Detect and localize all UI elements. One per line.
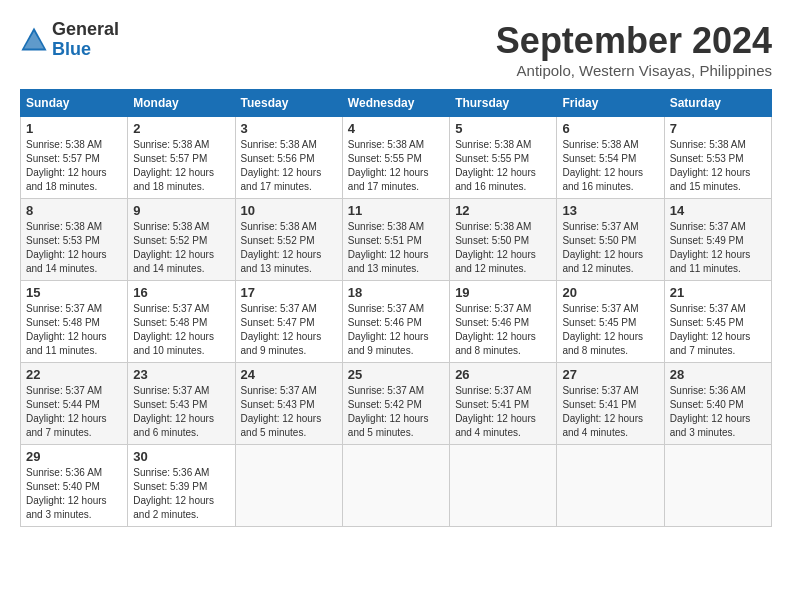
calendar-cell: 28 Sunrise: 5:36 AMSunset: 5:40 PMDaylig… bbox=[664, 363, 771, 445]
day-number: 21 bbox=[670, 285, 766, 300]
day-number: 8 bbox=[26, 203, 122, 218]
calendar-cell: 23 Sunrise: 5:37 AMSunset: 5:43 PMDaylig… bbox=[128, 363, 235, 445]
calendar-cell: 20 Sunrise: 5:37 AMSunset: 5:45 PMDaylig… bbox=[557, 281, 664, 363]
day-number: 29 bbox=[26, 449, 122, 464]
calendar-cell: 16 Sunrise: 5:37 AMSunset: 5:48 PMDaylig… bbox=[128, 281, 235, 363]
col-header-thursday: Thursday bbox=[450, 90, 557, 117]
calendar-week-row: 8 Sunrise: 5:38 AMSunset: 5:53 PMDayligh… bbox=[21, 199, 772, 281]
calendar-cell: 4 Sunrise: 5:38 AMSunset: 5:55 PMDayligh… bbox=[342, 117, 449, 199]
day-number: 6 bbox=[562, 121, 658, 136]
calendar-cell: 12 Sunrise: 5:38 AMSunset: 5:50 PMDaylig… bbox=[450, 199, 557, 281]
logo-blue: Blue bbox=[52, 40, 119, 60]
calendar-cell bbox=[450, 445, 557, 527]
day-info: Sunrise: 5:38 AMSunset: 5:56 PMDaylight:… bbox=[241, 139, 322, 192]
day-number: 12 bbox=[455, 203, 551, 218]
day-info: Sunrise: 5:37 AMSunset: 5:43 PMDaylight:… bbox=[241, 385, 322, 438]
day-number: 3 bbox=[241, 121, 337, 136]
calendar-cell: 26 Sunrise: 5:37 AMSunset: 5:41 PMDaylig… bbox=[450, 363, 557, 445]
day-number: 2 bbox=[133, 121, 229, 136]
day-info: Sunrise: 5:38 AMSunset: 5:52 PMDaylight:… bbox=[241, 221, 322, 274]
calendar-cell bbox=[342, 445, 449, 527]
month-title: September 2024 bbox=[496, 20, 772, 62]
logo-general: General bbox=[52, 20, 119, 40]
calendar-cell: 18 Sunrise: 5:37 AMSunset: 5:46 PMDaylig… bbox=[342, 281, 449, 363]
calendar-cell: 10 Sunrise: 5:38 AMSunset: 5:52 PMDaylig… bbox=[235, 199, 342, 281]
calendar-cell: 6 Sunrise: 5:38 AMSunset: 5:54 PMDayligh… bbox=[557, 117, 664, 199]
calendar-cell: 11 Sunrise: 5:38 AMSunset: 5:51 PMDaylig… bbox=[342, 199, 449, 281]
day-info: Sunrise: 5:37 AMSunset: 5:48 PMDaylight:… bbox=[26, 303, 107, 356]
calendar-cell: 25 Sunrise: 5:37 AMSunset: 5:42 PMDaylig… bbox=[342, 363, 449, 445]
day-number: 14 bbox=[670, 203, 766, 218]
day-number: 24 bbox=[241, 367, 337, 382]
col-header-tuesday: Tuesday bbox=[235, 90, 342, 117]
col-header-sunday: Sunday bbox=[21, 90, 128, 117]
calendar-week-row: 29 Sunrise: 5:36 AMSunset: 5:40 PMDaylig… bbox=[21, 445, 772, 527]
day-number: 5 bbox=[455, 121, 551, 136]
day-number: 27 bbox=[562, 367, 658, 382]
day-info: Sunrise: 5:38 AMSunset: 5:55 PMDaylight:… bbox=[348, 139, 429, 192]
calendar-cell: 2 Sunrise: 5:38 AMSunset: 5:57 PMDayligh… bbox=[128, 117, 235, 199]
calendar-week-row: 22 Sunrise: 5:37 AMSunset: 5:44 PMDaylig… bbox=[21, 363, 772, 445]
day-number: 17 bbox=[241, 285, 337, 300]
col-header-wednesday: Wednesday bbox=[342, 90, 449, 117]
day-number: 1 bbox=[26, 121, 122, 136]
calendar-cell: 21 Sunrise: 5:37 AMSunset: 5:45 PMDaylig… bbox=[664, 281, 771, 363]
day-number: 4 bbox=[348, 121, 444, 136]
day-info: Sunrise: 5:37 AMSunset: 5:41 PMDaylight:… bbox=[455, 385, 536, 438]
day-info: Sunrise: 5:37 AMSunset: 5:46 PMDaylight:… bbox=[348, 303, 429, 356]
day-number: 26 bbox=[455, 367, 551, 382]
day-info: Sunrise: 5:38 AMSunset: 5:57 PMDaylight:… bbox=[26, 139, 107, 192]
calendar-week-row: 1 Sunrise: 5:38 AMSunset: 5:57 PMDayligh… bbox=[21, 117, 772, 199]
day-info: Sunrise: 5:37 AMSunset: 5:44 PMDaylight:… bbox=[26, 385, 107, 438]
calendar-cell: 22 Sunrise: 5:37 AMSunset: 5:44 PMDaylig… bbox=[21, 363, 128, 445]
day-number: 23 bbox=[133, 367, 229, 382]
day-number: 15 bbox=[26, 285, 122, 300]
calendar-cell: 30 Sunrise: 5:36 AMSunset: 5:39 PMDaylig… bbox=[128, 445, 235, 527]
calendar-cell: 1 Sunrise: 5:38 AMSunset: 5:57 PMDayligh… bbox=[21, 117, 128, 199]
calendar-cell bbox=[557, 445, 664, 527]
calendar-cell: 8 Sunrise: 5:38 AMSunset: 5:53 PMDayligh… bbox=[21, 199, 128, 281]
day-info: Sunrise: 5:36 AMSunset: 5:40 PMDaylight:… bbox=[670, 385, 751, 438]
calendar-cell: 13 Sunrise: 5:37 AMSunset: 5:50 PMDaylig… bbox=[557, 199, 664, 281]
calendar-cell: 29 Sunrise: 5:36 AMSunset: 5:40 PMDaylig… bbox=[21, 445, 128, 527]
calendar-cell: 15 Sunrise: 5:37 AMSunset: 5:48 PMDaylig… bbox=[21, 281, 128, 363]
day-number: 10 bbox=[241, 203, 337, 218]
day-number: 7 bbox=[670, 121, 766, 136]
calendar-cell: 27 Sunrise: 5:37 AMSunset: 5:41 PMDaylig… bbox=[557, 363, 664, 445]
day-number: 16 bbox=[133, 285, 229, 300]
day-number: 18 bbox=[348, 285, 444, 300]
day-info: Sunrise: 5:37 AMSunset: 5:46 PMDaylight:… bbox=[455, 303, 536, 356]
logo-icon bbox=[20, 26, 48, 54]
day-info: Sunrise: 5:37 AMSunset: 5:43 PMDaylight:… bbox=[133, 385, 214, 438]
day-info: Sunrise: 5:37 AMSunset: 5:50 PMDaylight:… bbox=[562, 221, 643, 274]
day-info: Sunrise: 5:38 AMSunset: 5:57 PMDaylight:… bbox=[133, 139, 214, 192]
day-number: 11 bbox=[348, 203, 444, 218]
location-title: Antipolo, Western Visayas, Philippines bbox=[496, 62, 772, 79]
day-info: Sunrise: 5:37 AMSunset: 5:42 PMDaylight:… bbox=[348, 385, 429, 438]
day-info: Sunrise: 5:36 AMSunset: 5:40 PMDaylight:… bbox=[26, 467, 107, 520]
day-number: 22 bbox=[26, 367, 122, 382]
day-number: 30 bbox=[133, 449, 229, 464]
calendar-week-row: 15 Sunrise: 5:37 AMSunset: 5:48 PMDaylig… bbox=[21, 281, 772, 363]
day-info: Sunrise: 5:37 AMSunset: 5:45 PMDaylight:… bbox=[562, 303, 643, 356]
day-number: 20 bbox=[562, 285, 658, 300]
day-info: Sunrise: 5:37 AMSunset: 5:45 PMDaylight:… bbox=[670, 303, 751, 356]
day-number: 13 bbox=[562, 203, 658, 218]
logo: General Blue bbox=[20, 20, 119, 60]
day-info: Sunrise: 5:37 AMSunset: 5:47 PMDaylight:… bbox=[241, 303, 322, 356]
calendar-cell bbox=[664, 445, 771, 527]
day-info: Sunrise: 5:38 AMSunset: 5:52 PMDaylight:… bbox=[133, 221, 214, 274]
day-number: 28 bbox=[670, 367, 766, 382]
calendar-table: SundayMondayTuesdayWednesdayThursdayFrid… bbox=[20, 89, 772, 527]
day-info: Sunrise: 5:36 AMSunset: 5:39 PMDaylight:… bbox=[133, 467, 214, 520]
calendar-cell: 9 Sunrise: 5:38 AMSunset: 5:52 PMDayligh… bbox=[128, 199, 235, 281]
calendar-cell: 19 Sunrise: 5:37 AMSunset: 5:46 PMDaylig… bbox=[450, 281, 557, 363]
day-info: Sunrise: 5:37 AMSunset: 5:48 PMDaylight:… bbox=[133, 303, 214, 356]
calendar-cell: 14 Sunrise: 5:37 AMSunset: 5:49 PMDaylig… bbox=[664, 199, 771, 281]
calendar-cell: 7 Sunrise: 5:38 AMSunset: 5:53 PMDayligh… bbox=[664, 117, 771, 199]
calendar-cell: 3 Sunrise: 5:38 AMSunset: 5:56 PMDayligh… bbox=[235, 117, 342, 199]
calendar-cell: 17 Sunrise: 5:37 AMSunset: 5:47 PMDaylig… bbox=[235, 281, 342, 363]
calendar-cell bbox=[235, 445, 342, 527]
day-info: Sunrise: 5:38 AMSunset: 5:51 PMDaylight:… bbox=[348, 221, 429, 274]
day-info: Sunrise: 5:38 AMSunset: 5:55 PMDaylight:… bbox=[455, 139, 536, 192]
